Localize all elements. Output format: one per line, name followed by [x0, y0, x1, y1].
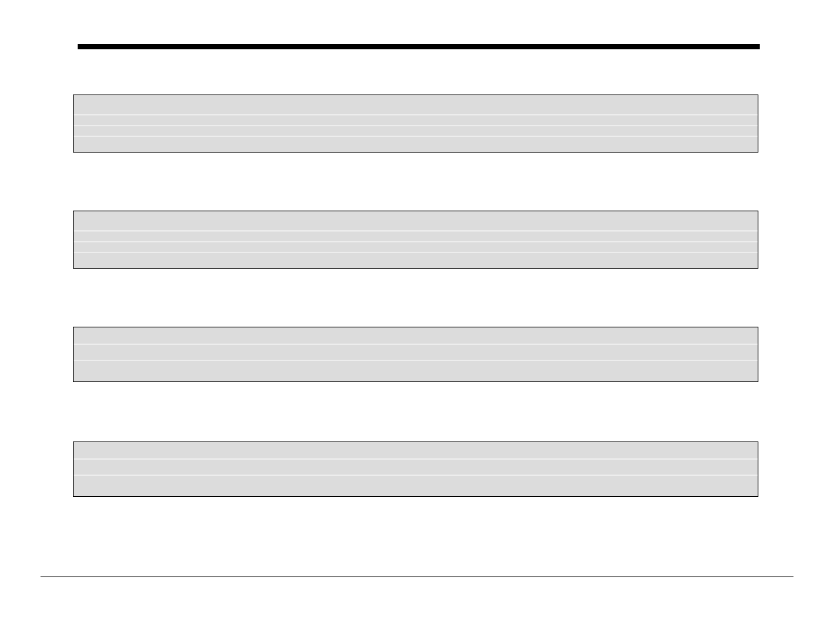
title-rule — [78, 44, 760, 49]
shaded-panel-3 — [73, 327, 758, 382]
document-page — [0, 0, 834, 644]
shaded-panel-1 — [73, 95, 758, 153]
shaded-panel-4 — [73, 441, 758, 497]
footer-rule — [41, 576, 793, 577]
shaded-panel-2 — [73, 211, 758, 269]
